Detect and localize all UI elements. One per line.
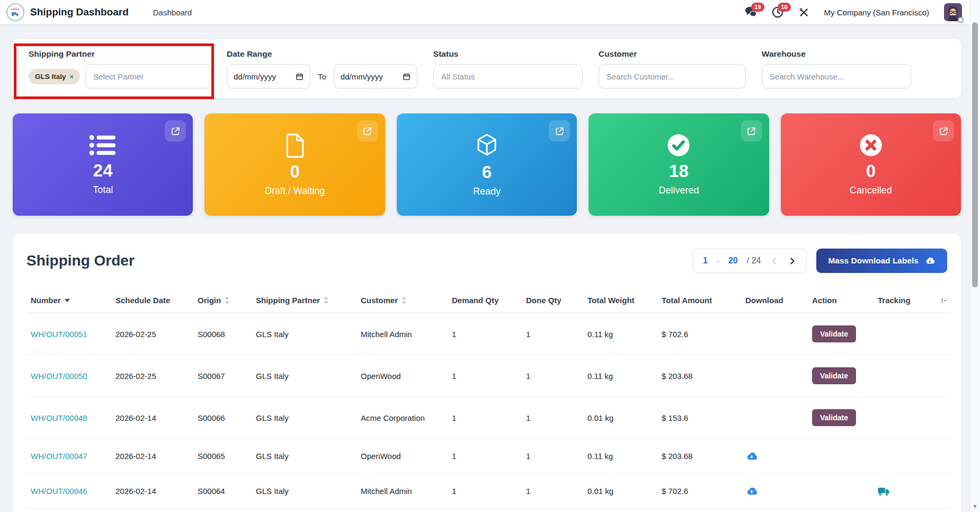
open-external-button[interactable] (165, 120, 186, 142)
tools-button[interactable] (798, 7, 809, 18)
cell-number: WH/OUT/00046 (26, 474, 111, 509)
cell-shipping-partner: GLS Italy (252, 474, 357, 509)
navbar: odoo Shipping Dashboard Dashboard 19 10 (0, 0, 980, 24)
column-header-action[interactable]: Action (808, 288, 874, 313)
column-header-number[interactable]: Number (26, 288, 111, 313)
mass-download-labels-button[interactable]: Mass Download Labels (816, 249, 947, 273)
scrollbar-down-arrow[interactable]: ▼ (970, 504, 980, 509)
stat-value: 0 (866, 162, 876, 180)
column-header-shipping-partner[interactable]: Shipping Partner (252, 288, 357, 313)
cell-tracking (874, 397, 933, 439)
download-label-button[interactable] (745, 452, 758, 461)
cell-options (933, 474, 951, 509)
cell-done-qty: 1 (522, 355, 583, 397)
stat-value: 18 (669, 162, 689, 180)
validate-button[interactable]: Validate (812, 367, 856, 384)
cell-done-qty: 1 (522, 397, 583, 439)
cell-total-weight: 0.11 kg (583, 509, 657, 512)
date-to-input[interactable]: dd/mm/yyyy (334, 64, 417, 89)
stat-card-delivered[interactable]: 18 Delivered (589, 113, 769, 216)
page-scrollbar[interactable]: ▼ (969, 0, 980, 512)
cell-done-qty: 1 (522, 313, 583, 355)
status-input[interactable] (433, 64, 583, 89)
sort-icon (402, 296, 406, 304)
cell-action (808, 509, 874, 512)
partner-tag[interactable]: GLS Italy × (29, 69, 80, 84)
stat-card-cancelled[interactable]: 0 Cancelled (781, 113, 961, 216)
column-options-button[interactable] (933, 288, 951, 313)
filter-shipping-partner: Shipping Partner GLS Italy × (24, 49, 211, 89)
open-external-button[interactable] (549, 120, 570, 142)
column-header-total-weight[interactable]: Total Weight (583, 288, 657, 313)
cell-total-weight: 0.11 kg (583, 439, 657, 474)
column-header-tracking[interactable]: Tracking (874, 288, 933, 313)
order-link[interactable]: WH/OUT/00050 (31, 372, 87, 381)
menu-dashboard[interactable]: Dashboard (153, 8, 192, 17)
column-header-customer[interactable]: Customer (357, 288, 448, 313)
user-avatar[interactable] (944, 3, 962, 21)
column-header-done-qty[interactable]: Done Qty (522, 288, 583, 313)
validate-button[interactable]: Validate (812, 325, 856, 342)
tracking-truck-button[interactable] (878, 487, 890, 496)
stat-card-draft-waiting[interactable]: 0 Draft / Waiting (204, 113, 385, 216)
date-from-input[interactable]: dd/mm/yyyy (227, 64, 310, 89)
partner-tag-remove-icon[interactable]: × (70, 73, 74, 81)
pagination-prev-button[interactable] (770, 257, 779, 266)
cell-action: Validate (808, 313, 874, 355)
open-external-button[interactable] (741, 120, 762, 142)
odoo-logo-icon[interactable]: odoo (6, 3, 24, 21)
messages-button[interactable]: 19 (745, 6, 757, 18)
order-link[interactable]: WH/OUT/00047 (31, 452, 87, 461)
column-header-demand-qty[interactable]: Demand Qty (448, 288, 522, 313)
pagination-start[interactable]: 1 (703, 256, 708, 266)
cell-customer: OpenWood (357, 355, 448, 397)
company-switcher[interactable]: My Company (San Francisco) (824, 8, 929, 17)
cell-origin: S00064 (193, 474, 252, 509)
pagination-dash: - (717, 257, 719, 266)
open-external-button[interactable] (933, 120, 954, 142)
stat-card-ready[interactable]: 6 Ready (397, 113, 577, 216)
cell-download (741, 313, 808, 355)
activities-button[interactable]: 10 (772, 6, 783, 18)
order-link[interactable]: WH/OUT/00046 (31, 487, 87, 496)
cell-demand-qty: 1 (448, 509, 522, 512)
cloud-download-icon (745, 452, 758, 461)
cell-number: WH/OUT/00048 (26, 397, 111, 439)
cell-action: Validate (808, 355, 874, 397)
column-header-total-amount[interactable]: Total Amount (657, 288, 741, 313)
order-link[interactable]: WH/OUT/00051 (31, 330, 87, 339)
shipping-order-table: NumberSchedule DateOriginShipping Partne… (26, 288, 951, 512)
pagination-end[interactable]: 20 (728, 256, 738, 266)
cell-customer: OpenWood (357, 439, 448, 474)
cell-total-weight: 0.01 kg (583, 397, 657, 439)
chevron-left-icon (770, 257, 779, 266)
cell-schedule-date: 2026-02-14 (111, 474, 193, 509)
validate-button[interactable]: Validate (812, 409, 856, 426)
pagination-next-button[interactable] (788, 257, 797, 266)
column-options-icon (941, 297, 947, 304)
pagination: 1 - 20 / 24 (693, 249, 807, 273)
customer-label: Customer (599, 49, 746, 59)
cell-options (933, 439, 951, 474)
cell-schedule-date: 2026-02-14 (111, 439, 193, 474)
x-circle-icon (859, 133, 883, 157)
cell-number: WH/OUT/00045 (26, 509, 111, 512)
download-label-button[interactable] (745, 487, 758, 496)
partner-select-input[interactable] (85, 64, 211, 89)
open-external-button[interactable] (357, 120, 378, 142)
scrollbar-thumb[interactable] (972, 22, 978, 287)
cell-demand-qty: 1 (448, 313, 522, 355)
warehouse-search-input[interactable] (762, 64, 911, 89)
stat-value: 0 (290, 163, 299, 181)
stat-card-total[interactable]: 24 Total (13, 113, 193, 216)
cell-tracking (874, 509, 933, 512)
sort-icon (324, 296, 328, 304)
cell-download (741, 509, 808, 512)
customer-search-input[interactable] (599, 64, 746, 89)
column-header-download[interactable]: Download (741, 288, 808, 313)
cell-download (741, 474, 808, 509)
order-link[interactable]: WH/OUT/00048 (31, 413, 87, 422)
column-header-origin[interactable]: Origin (193, 288, 252, 313)
table-header-row: NumberSchedule DateOriginShipping Partne… (26, 288, 951, 313)
column-header-schedule-date[interactable]: Schedule Date (111, 288, 193, 313)
